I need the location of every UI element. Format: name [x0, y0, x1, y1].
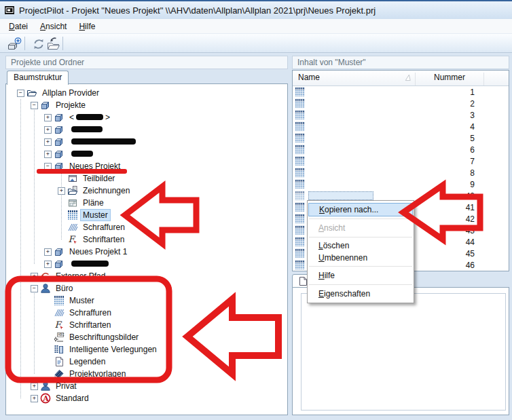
title-bar[interactable]: ProjectPilot - Projekt "Neues Projekt" \…	[0, 0, 512, 19]
tree-item-label: Privat	[54, 381, 79, 392]
expand-icon[interactable]: +	[44, 114, 52, 121]
tree-item-standard[interactable]: +AStandard	[6, 392, 287, 404]
schraffuren-icon	[54, 307, 65, 318]
tree-item-b-ro[interactable]: −Büro	[6, 282, 287, 294]
collapse-icon[interactable]: −	[44, 163, 52, 170]
tab-label: Baumstruktur	[14, 73, 62, 82]
expand-icon[interactable]: +	[44, 248, 52, 256]
expand-icon[interactable]: +	[58, 187, 65, 195]
expand-icon[interactable]: +	[44, 151, 52, 158]
list-row-7[interactable]: 7	[293, 155, 509, 167]
tree-item-allplan-provider[interactable]: −Allplan Provider	[6, 87, 287, 99]
muster-icon	[295, 260, 305, 270]
tree-item-redacted[interactable]: +	[6, 258, 287, 270]
tree-item-neues-projekt[interactable]: −Neues Projekt	[6, 160, 287, 172]
project-tree: −Allplan Provider−Projekte+<>+++−Neues P…	[5, 83, 288, 415]
teilbilder-icon	[67, 173, 78, 184]
context-menu-item-umbenennen[interactable]: Umbenennen	[308, 252, 414, 264]
tree-item-schriftarten[interactable]: FSchriftarten	[6, 319, 287, 331]
tree-item-label: Legenden	[67, 356, 107, 367]
redaction-bar	[71, 151, 93, 157]
context-menu-item-eigenschaften[interactable]: Eigenschaften	[308, 287, 414, 301]
muster-icon	[295, 248, 305, 259]
list-row-4[interactable]: 4	[293, 121, 509, 132]
tree-item-schraffuren[interactable]: Schraffuren	[6, 307, 287, 319]
tree-item-redacted[interactable]: +	[6, 136, 287, 148]
collapse-icon[interactable]: −	[17, 90, 24, 97]
list-cell-name	[308, 111, 509, 119]
list-column-header: Name Nummer	[293, 71, 509, 86]
muster-icon	[295, 145, 305, 155]
tree-item-externer-pfad[interactable]: +Externer Pfad	[6, 270, 287, 282]
tree-item-redacted[interactable]: +<>	[6, 111, 287, 123]
app-icon	[4, 5, 15, 16]
list-row-1[interactable]: 1	[293, 86, 509, 98]
tree-item-schriftarten[interactable]: FSchriftarten	[6, 233, 287, 246]
list-cell-name	[308, 168, 509, 177]
expand-icon[interactable]: +	[44, 261, 52, 268]
tree-item-schraffuren[interactable]: Schraffuren	[6, 221, 287, 233]
list-cell-name	[308, 180, 509, 189]
menu-ansicht[interactable]: Ansicht	[34, 20, 73, 33]
context-menu-item-kopieren-nach[interactable]: Kopieren nach...	[308, 203, 413, 216]
tree-item-projekte[interactable]: −Projekte	[6, 99, 287, 111]
list-cell-number: 40	[466, 191, 475, 201]
list-cell-number: 6	[470, 145, 475, 155]
menu-hilfe[interactable]: Hilfe	[73, 20, 101, 33]
project-icon	[54, 136, 65, 147]
new-project-button[interactable]	[5, 35, 23, 52]
list-cell-name	[308, 157, 509, 166]
verlegung-icon	[54, 344, 65, 355]
list-cell-number: 41	[466, 203, 475, 212]
muster-icon	[295, 225, 305, 235]
muster-icon	[295, 214, 305, 224]
tree-item-intelligente-verlegungen[interactable]: Intelligente Verlegungen	[6, 343, 287, 356]
context-menu-item-ansicht[interactable]: Ansicht	[308, 221, 414, 235]
list-row-2[interactable]: 2	[293, 98, 509, 109]
column-header-name[interactable]: Name	[298, 73, 320, 82]
tree-item-label: Intelligente Verlegungen	[67, 344, 159, 355]
project-icon	[54, 149, 65, 159]
tree-item-zeichnungen[interactable]: +Zeichnungen	[6, 185, 287, 197]
tree-item-teilbilder[interactable]: Teilbilder	[6, 172, 287, 185]
context-menu-item-hilfe[interactable]: Hilfe	[308, 269, 414, 282]
zeichnungen-icon	[67, 185, 78, 196]
expand-icon[interactable]: +	[31, 273, 38, 280]
muster-icon	[295, 156, 305, 166]
context-menu-item-l-schen[interactable]: Löschen	[308, 240, 414, 252]
expand-icon[interactable]: +	[31, 395, 38, 402]
column-header-nummer[interactable]: Nummer	[415, 73, 484, 85]
collapse-icon[interactable]: −	[31, 285, 38, 292]
list-row-5[interactable]: 5	[293, 132, 509, 144]
tree-item-projektvorlagen[interactable]: Projektvorlagen	[6, 368, 287, 380]
tab-baumstruktur[interactable]: Baumstruktur	[7, 71, 69, 85]
redaction-bar	[76, 114, 103, 120]
list-row-8[interactable]: 8	[293, 167, 509, 178]
tree-item-muster[interactable]: Muster	[6, 294, 287, 307]
tree-item-privat[interactable]: +Privat	[6, 380, 287, 392]
list-row-3[interactable]: 3	[293, 109, 509, 121]
sort-icon	[404, 74, 412, 81]
projectpilot-window: ProjectPilot - Projekt "Neues Projekt" \…	[0, 0, 512, 420]
list-row-6[interactable]: 6	[293, 144, 509, 155]
tree-item-redacted[interactable]: +	[6, 148, 287, 160]
legenden-icon	[54, 356, 65, 367]
tree-item-muster[interactable]: Muster	[6, 209, 287, 221]
expand-icon[interactable]: +	[31, 383, 38, 390]
expand-icon[interactable]: +	[44, 138, 52, 146]
tree-item-label: Neues Projekt 1	[67, 246, 129, 257]
tree-item-beschriftungsbilder[interactable]: ABCBeschriftungsbilder	[6, 331, 287, 343]
tree-item-pl-ne[interactable]: Pläne	[6, 197, 287, 209]
tree-item-legenden[interactable]: Legenden	[6, 356, 287, 368]
list-cell-name	[308, 122, 509, 131]
open-folder-button[interactable]	[45, 35, 62, 52]
tree-item-neues-projekt-1[interactable]: +Neues Projekt 1	[6, 246, 287, 258]
muster-icon	[295, 179, 305, 189]
collapse-icon[interactable]: −	[31, 102, 38, 109]
menu-datei[interactable]: Datei	[3, 20, 34, 33]
person-icon	[40, 381, 51, 392]
expand-icon[interactable]: +	[44, 126, 52, 134]
list-row-9[interactable]: 9	[293, 178, 509, 190]
preview-area	[301, 293, 506, 411]
tree-item-redacted[interactable]: +	[6, 123, 287, 136]
